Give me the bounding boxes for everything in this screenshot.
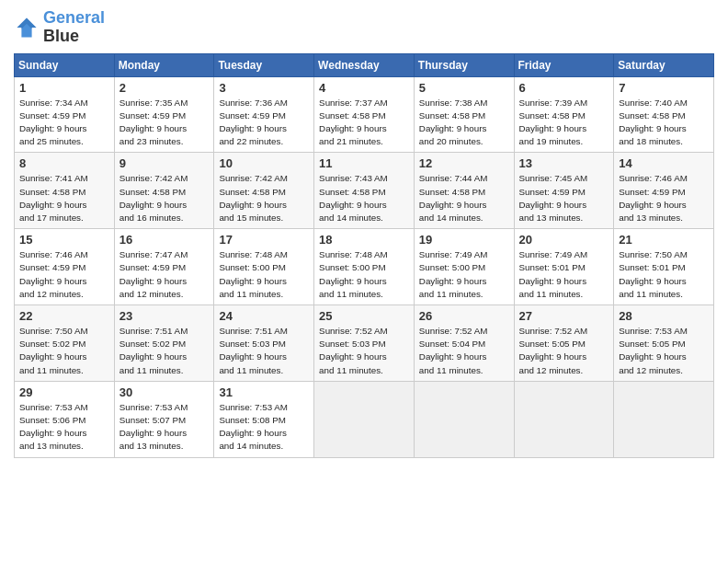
- day-number: 12: [419, 156, 509, 170]
- day-number: 18: [319, 233, 409, 247]
- calendar-cell: 4Sunrise: 7:37 AM Sunset: 4:58 PM Daylig…: [314, 76, 415, 153]
- day-number: 15: [19, 233, 109, 247]
- day-info: Sunrise: 7:53 AM Sunset: 5:06 PM Dayligh…: [19, 401, 109, 454]
- day-info: Sunrise: 7:50 AM Sunset: 5:02 PM Dayligh…: [19, 325, 109, 377]
- calendar-cell: 3Sunrise: 7:36 AM Sunset: 4:59 PM Daylig…: [214, 76, 314, 153]
- day-info: Sunrise: 7:48 AM Sunset: 5:00 PM Dayligh…: [319, 248, 409, 301]
- header-wednesday: Wednesday: [314, 53, 415, 76]
- page-header: General Blue: [14, 9, 714, 46]
- day-info: Sunrise: 7:46 AM Sunset: 4:59 PM Dayligh…: [619, 172, 709, 224]
- day-info: Sunrise: 7:53 AM Sunset: 5:08 PM Dayligh…: [219, 401, 309, 454]
- calendar-header-row: Sunday Monday Tuesday Wednesday Thursday…: [15, 53, 714, 76]
- day-number: 26: [419, 309, 509, 323]
- day-info: Sunrise: 7:43 AM Sunset: 4:58 PM Dayligh…: [319, 172, 409, 224]
- header-tuesday: Tuesday: [214, 53, 314, 76]
- calendar-cell: 10Sunrise: 7:42 AM Sunset: 4:58 PM Dayli…: [214, 153, 314, 229]
- calendar-cell: 13Sunrise: 7:45 AM Sunset: 4:59 PM Dayli…: [514, 153, 614, 229]
- calendar-cell: 5Sunrise: 7:38 AM Sunset: 4:58 PM Daylig…: [414, 76, 514, 153]
- calendar-cell: 20Sunrise: 7:49 AM Sunset: 5:01 PM Dayli…: [514, 229, 614, 305]
- day-info: Sunrise: 7:42 AM Sunset: 4:58 PM Dayligh…: [219, 172, 309, 224]
- day-number: 31: [219, 385, 309, 399]
- logo-icon: [14, 15, 40, 40]
- day-number: 29: [19, 385, 109, 399]
- calendar-cell: 15Sunrise: 7:46 AM Sunset: 4:59 PM Dayli…: [15, 229, 115, 305]
- calendar-cell: 19Sunrise: 7:49 AM Sunset: 5:00 PM Dayli…: [414, 229, 514, 305]
- calendar-week-row: 15Sunrise: 7:46 AM Sunset: 4:59 PM Dayli…: [15, 229, 714, 305]
- calendar-week-row: 8Sunrise: 7:41 AM Sunset: 4:58 PM Daylig…: [15, 153, 714, 229]
- calendar-cell: 1Sunrise: 7:34 AM Sunset: 4:59 PM Daylig…: [15, 76, 115, 153]
- day-info: Sunrise: 7:35 AM Sunset: 4:59 PM Dayligh…: [119, 97, 210, 149]
- day-number: 24: [219, 309, 309, 323]
- calendar-cell: 23Sunrise: 7:51 AM Sunset: 5:02 PM Dayli…: [114, 305, 214, 382]
- day-number: 10: [219, 156, 309, 170]
- day-info: Sunrise: 7:47 AM Sunset: 4:59 PM Dayligh…: [119, 248, 210, 301]
- calendar-cell: 17Sunrise: 7:48 AM Sunset: 5:00 PM Dayli…: [214, 229, 314, 305]
- calendar-cell: 31Sunrise: 7:53 AM Sunset: 5:08 PM Dayli…: [214, 381, 314, 457]
- calendar-cell: 7Sunrise: 7:40 AM Sunset: 4:58 PM Daylig…: [614, 76, 714, 153]
- logo-text: General Blue: [43, 9, 105, 46]
- header-sunday: Sunday: [15, 53, 115, 76]
- header-friday: Friday: [514, 53, 614, 76]
- calendar-cell: 25Sunrise: 7:52 AM Sunset: 5:03 PM Dayli…: [314, 305, 415, 382]
- calendar-cell: 18Sunrise: 7:48 AM Sunset: 5:00 PM Dayli…: [314, 229, 415, 305]
- day-number: 21: [619, 233, 709, 247]
- day-info: Sunrise: 7:40 AM Sunset: 4:58 PM Dayligh…: [619, 97, 709, 149]
- calendar-week-row: 1Sunrise: 7:34 AM Sunset: 4:59 PM Daylig…: [15, 76, 714, 153]
- day-info: Sunrise: 7:49 AM Sunset: 5:01 PM Dayligh…: [519, 248, 609, 301]
- day-number: 30: [119, 385, 210, 399]
- day-info: Sunrise: 7:48 AM Sunset: 5:00 PM Dayligh…: [219, 248, 309, 301]
- day-info: Sunrise: 7:45 AM Sunset: 4:59 PM Dayligh…: [519, 172, 609, 224]
- calendar-cell: 29Sunrise: 7:53 AM Sunset: 5:06 PM Dayli…: [15, 381, 115, 457]
- day-number: 16: [119, 233, 210, 247]
- header-thursday: Thursday: [414, 53, 514, 76]
- calendar-cell: 26Sunrise: 7:52 AM Sunset: 5:04 PM Dayli…: [414, 305, 514, 382]
- calendar-cell: [614, 381, 714, 457]
- calendar-cell: [314, 381, 415, 457]
- calendar-cell: 27Sunrise: 7:52 AM Sunset: 5:05 PM Dayli…: [514, 305, 614, 382]
- header-monday: Monday: [114, 53, 214, 76]
- day-number: 11: [319, 156, 409, 170]
- day-number: 5: [419, 81, 509, 95]
- day-number: 4: [319, 81, 409, 95]
- day-number: 9: [119, 156, 210, 170]
- day-info: Sunrise: 7:39 AM Sunset: 4:58 PM Dayligh…: [519, 97, 609, 149]
- day-info: Sunrise: 7:53 AM Sunset: 5:05 PM Dayligh…: [619, 325, 709, 377]
- calendar-cell: 14Sunrise: 7:46 AM Sunset: 4:59 PM Dayli…: [614, 153, 714, 229]
- calendar-cell: 6Sunrise: 7:39 AM Sunset: 4:58 PM Daylig…: [514, 76, 614, 153]
- day-number: 23: [119, 309, 210, 323]
- day-info: Sunrise: 7:52 AM Sunset: 5:05 PM Dayligh…: [519, 325, 609, 377]
- calendar-cell: 16Sunrise: 7:47 AM Sunset: 4:59 PM Dayli…: [114, 229, 214, 305]
- day-info: Sunrise: 7:46 AM Sunset: 4:59 PM Dayligh…: [19, 248, 109, 301]
- calendar-cell: 21Sunrise: 7:50 AM Sunset: 5:01 PM Dayli…: [614, 229, 714, 305]
- day-info: Sunrise: 7:50 AM Sunset: 5:01 PM Dayligh…: [619, 248, 709, 301]
- calendar-cell: 8Sunrise: 7:41 AM Sunset: 4:58 PM Daylig…: [15, 153, 115, 229]
- calendar-cell: 9Sunrise: 7:42 AM Sunset: 4:58 PM Daylig…: [114, 153, 214, 229]
- day-info: Sunrise: 7:34 AM Sunset: 4:59 PM Dayligh…: [19, 97, 109, 149]
- day-number: 14: [619, 156, 709, 170]
- day-number: 27: [519, 309, 609, 323]
- calendar-cell: 12Sunrise: 7:44 AM Sunset: 4:58 PM Dayli…: [414, 153, 514, 229]
- calendar-cell: 11Sunrise: 7:43 AM Sunset: 4:58 PM Dayli…: [314, 153, 415, 229]
- day-number: 1: [19, 81, 109, 95]
- day-info: Sunrise: 7:52 AM Sunset: 5:04 PM Dayligh…: [419, 325, 509, 377]
- calendar-cell: [514, 381, 614, 457]
- day-info: Sunrise: 7:41 AM Sunset: 4:58 PM Dayligh…: [19, 172, 109, 224]
- day-info: Sunrise: 7:36 AM Sunset: 4:59 PM Dayligh…: [219, 97, 309, 149]
- day-info: Sunrise: 7:37 AM Sunset: 4:58 PM Dayligh…: [319, 97, 409, 149]
- day-number: 25: [319, 309, 409, 323]
- day-info: Sunrise: 7:51 AM Sunset: 5:02 PM Dayligh…: [119, 325, 210, 377]
- day-number: 19: [419, 233, 509, 247]
- calendar-cell: 24Sunrise: 7:51 AM Sunset: 5:03 PM Dayli…: [214, 305, 314, 382]
- logo: General Blue: [14, 9, 105, 46]
- calendar-week-row: 22Sunrise: 7:50 AM Sunset: 5:02 PM Dayli…: [15, 305, 714, 382]
- day-number: 3: [219, 81, 309, 95]
- day-info: Sunrise: 7:42 AM Sunset: 4:58 PM Dayligh…: [119, 172, 210, 224]
- day-info: Sunrise: 7:51 AM Sunset: 5:03 PM Dayligh…: [219, 325, 309, 377]
- day-number: 28: [619, 309, 709, 323]
- calendar-cell: 22Sunrise: 7:50 AM Sunset: 5:02 PM Dayli…: [15, 305, 115, 382]
- calendar-cell: 28Sunrise: 7:53 AM Sunset: 5:05 PM Dayli…: [614, 305, 714, 382]
- day-number: 2: [119, 81, 210, 95]
- day-number: 6: [519, 81, 609, 95]
- day-info: Sunrise: 7:52 AM Sunset: 5:03 PM Dayligh…: [319, 325, 409, 377]
- day-number: 17: [219, 233, 309, 247]
